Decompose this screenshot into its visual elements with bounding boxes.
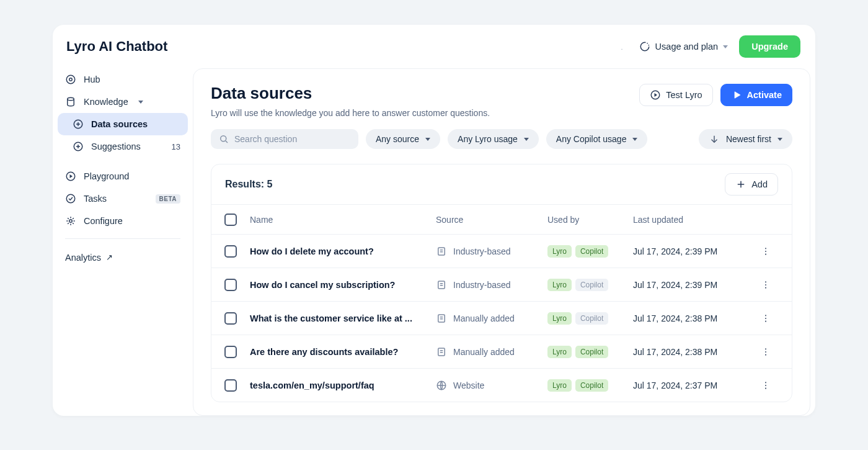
search-input-wrap[interactable]	[211, 129, 358, 149]
copilot-pill: Copilot	[575, 312, 608, 325]
chevron-down-icon	[632, 138, 637, 141]
page-title: Data sources	[211, 84, 490, 103]
sidebar-item-label: Tasks	[84, 194, 107, 204]
search-input[interactable]	[234, 134, 351, 144]
sidebar-item-configure[interactable]: Configure	[58, 210, 188, 232]
row-checkbox[interactable]	[224, 245, 237, 258]
knowledge-icon	[65, 96, 76, 107]
sort-icon	[709, 133, 720, 145]
row-checkbox[interactable]	[224, 312, 237, 325]
hub-icon	[65, 74, 76, 85]
table-row[interactable]: What is the customer service like at ...…	[211, 301, 792, 335]
svg-point-17	[765, 281, 766, 282]
row-actions[interactable]	[753, 380, 778, 390]
row-name: Are there any discounts available?	[250, 347, 436, 357]
globe-icon	[436, 380, 447, 391]
copilot-pill: Copilot	[575, 379, 608, 392]
row-source: Website	[436, 380, 547, 391]
play-icon	[731, 89, 742, 101]
row-checkbox[interactable]	[224, 346, 237, 358]
filter-source[interactable]: Any source	[366, 129, 440, 149]
results-count: Results: 5	[225, 179, 272, 190]
row-source: Manually added	[436, 313, 547, 324]
svg-point-31	[765, 387, 766, 389]
col-name: Name	[250, 215, 436, 225]
copilot-pill: Copilot	[575, 346, 608, 358]
row-name: How do I delete my account?	[250, 246, 436, 256]
row-usedby: LyroCopilot	[547, 346, 633, 358]
sidebar-item-tasks[interactable]: TasksBETA	[58, 187, 188, 210]
row-source: Industry-based	[436, 246, 547, 257]
row-updated: Jul 17, 2024, 2:39 PM	[633, 280, 753, 290]
sidebar-item-hub[interactable]: Hub	[58, 68, 188, 91]
row-actions[interactable]	[753, 280, 778, 290]
plus-icon	[735, 179, 746, 190]
upgrade-button[interactable]: Upgrade	[739, 35, 800, 58]
app-title: Lyro AI Chatbot	[66, 38, 167, 55]
usage-and-plan[interactable]: Usage and plan	[639, 41, 728, 52]
activate-label: Activate	[747, 90, 782, 100]
table-row[interactable]: How do I cancel my subscription?Industry…	[211, 268, 792, 301]
svg-point-14	[765, 250, 766, 251]
chevron-down-icon	[524, 138, 529, 141]
beta-badge: BETA	[156, 194, 180, 204]
sidebar-item-label: Configure	[84, 216, 123, 226]
row-usedby: LyroCopilot	[547, 279, 633, 291]
svg-point-0	[617, 42, 626, 52]
row-checkbox[interactable]	[224, 379, 237, 392]
add-label: Add	[751, 179, 768, 189]
sidebar-item-playground[interactable]: Playground	[58, 165, 188, 187]
external-link-icon: ↗	[106, 253, 113, 262]
usage-label: Usage and plan	[655, 42, 719, 52]
sidebar-item-data-sources[interactable]: Data sources	[58, 113, 188, 135]
sort-select[interactable]: Newest first	[699, 129, 792, 149]
copilot-pill: Copilot	[575, 279, 608, 291]
svg-point-19	[765, 287, 766, 288]
sidebar-item-suggestions[interactable]: Suggestions13	[58, 135, 188, 158]
test-lyro-button[interactable]: Test Lyro	[639, 84, 712, 106]
analytics-label: Analytics	[65, 253, 101, 263]
sidebar-item-knowledge[interactable]: Knowledge	[58, 91, 188, 113]
svg-point-21	[765, 315, 766, 316]
row-name: What is the customer service like at ...	[250, 313, 436, 323]
table-row[interactable]: Are there any discounts available?Manual…	[211, 335, 792, 368]
help-icon[interactable]	[616, 40, 628, 53]
lyro-pill: Lyro	[547, 279, 572, 291]
svg-point-9	[69, 220, 73, 223]
row-actions[interactable]	[753, 313, 778, 323]
svg-point-13	[765, 248, 766, 249]
page-subtitle: Lyro will use the knowledge you add here…	[211, 108, 490, 118]
doc-icon	[436, 279, 447, 290]
svg-point-29	[765, 382, 766, 383]
svg-point-3	[66, 75, 75, 84]
doc-icon	[436, 246, 447, 257]
chevron-down-icon	[777, 138, 782, 141]
row-updated: Jul 17, 2024, 2:38 PM	[633, 347, 753, 357]
filter-lyro-usage[interactable]: Any Lyro usage	[448, 129, 539, 149]
chevron-down-icon	[723, 45, 728, 48]
select-all-checkbox[interactable]	[224, 214, 237, 226]
sidebar-item-label: Hub	[84, 74, 100, 84]
row-actions[interactable]	[753, 246, 778, 256]
row-checkbox[interactable]	[224, 279, 237, 291]
row-name: How do I cancel my subscription?	[250, 280, 436, 290]
row-actions[interactable]	[753, 347, 778, 357]
row-usedby: LyroCopilot	[547, 379, 633, 392]
table-row[interactable]: How do I delete my account?Industry-base…	[211, 234, 792, 268]
activate-button[interactable]: Activate	[720, 84, 792, 106]
sidebar-item-label: Data sources	[91, 119, 148, 129]
chevron-down-icon	[138, 101, 143, 104]
add-button[interactable]: Add	[725, 173, 778, 196]
svg-point-22	[765, 317, 766, 318]
filter-copilot-usage[interactable]: Any Copilot usage	[546, 129, 648, 149]
row-updated: Jul 17, 2024, 2:37 PM	[633, 380, 753, 390]
test-lyro-label: Test Lyro	[666, 90, 702, 100]
svg-point-11	[221, 136, 226, 142]
svg-point-30	[765, 384, 766, 385]
svg-point-23	[765, 320, 766, 322]
sidebar-item-count: 13	[172, 142, 180, 151]
search-icon	[218, 133, 229, 145]
analytics-link[interactable]: Analytics↗	[58, 245, 188, 270]
table-row[interactable]: tesla.com/en_my/support/faqWebsiteLyroCo…	[211, 368, 792, 402]
svg-point-2	[69, 78, 73, 81]
